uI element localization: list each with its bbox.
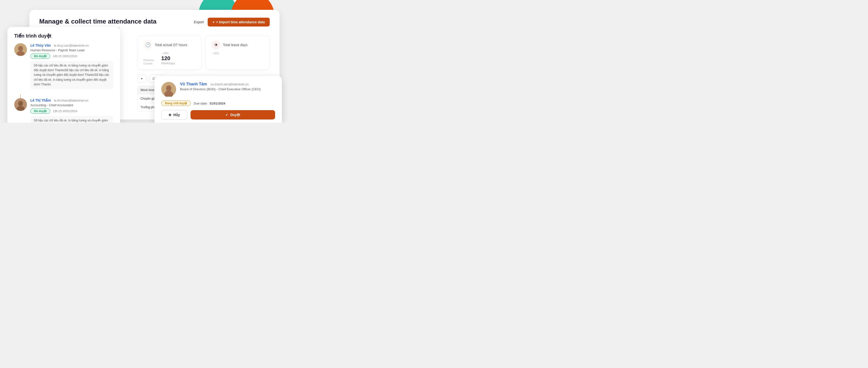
approval-status-row-1: Đã duyệt 14h:15 29/01/2024: [30, 54, 113, 59]
stat-card-ot: 🕐 Total actual OT hours Previous Current…: [137, 36, 202, 70]
stat-ot-sub: Weekdays: [161, 62, 175, 65]
timeline-divider: [20, 94, 21, 98]
avatar-le-thi-tham: [14, 98, 27, 111]
plane-icon: ✈: [212, 40, 220, 49]
approval-info-2: Lê Thị Thắm le.thi.tham@talentnet.vn Acc…: [30, 98, 113, 123]
approver-1-name: Lê Thúy Vân: [30, 43, 51, 48]
svg-point-1: [18, 46, 23, 51]
ceo-email: vu.thanh.tam@talentnet.vn: [211, 83, 249, 86]
export-button[interactable]: Export: [194, 20, 204, 24]
svg-point-7: [166, 85, 172, 91]
approver-2-role: Accounting - Chief Accountant: [30, 103, 113, 107]
ceo-info: Vũ Thanh Tâm vu.thanh.tam@talentnet.vn B…: [180, 82, 261, 91]
approval-item-1: Lê Thúy Vân le.thuy.van@talentnet.vn Hum…: [14, 43, 113, 89]
approver-2-name: Lê Thị Thắm: [30, 98, 51, 102]
status-badge-1: Đã duyệt: [30, 54, 50, 59]
import-button[interactable]: + + Import time attendance data: [208, 18, 270, 27]
stats-row: 🕐 Total actual OT hours Previous Current…: [137, 36, 270, 70]
approver-2-time: 13h:15 30/01/2024: [53, 110, 77, 113]
stat-leave-label: Total leave days: [223, 43, 247, 47]
ceo-status-row: Đang chờ duyệt Due date: 31/01/2024: [161, 100, 275, 106]
avatar-le-thuy-van: [14, 43, 27, 56]
ceo-header: Vũ Thanh Tâm vu.thanh.tam@talentnet.vn B…: [161, 82, 275, 97]
period-prev-label: Previous: [144, 59, 154, 62]
approval-info-1: Lê Thúy Vân le.thuy.van@talentnet.vn Hum…: [30, 43, 113, 89]
cancel-button[interactable]: ⊗ Hủy: [161, 110, 187, 120]
svg-point-4: [18, 101, 23, 106]
status-badge-2: Đã duyệt: [30, 109, 50, 114]
approver-2-comment: Số liệu các chỉ tiêu đã ok. In bảng lươn…: [30, 116, 113, 123]
select-dropdown-1[interactable]: ▾: [137, 74, 146, 83]
ceo-due-date: 31/01/2024: [209, 101, 225, 105]
page-title: Manage & collect time attendance data: [39, 18, 156, 25]
approver-1-time: 14h:15 29/01/2024: [53, 55, 77, 58]
approver-1-comment: Số liệu các chỉ tiêu đã ok. In bảng lươn…: [30, 61, 113, 89]
ceo-role: Board of Directors (BOD) - Chief Executi…: [180, 87, 261, 91]
approver-1-email: le.thuy.van@talentnet.vn: [54, 44, 89, 48]
ceo-due-label: Due date: 31/01/2024: [194, 101, 225, 105]
ceo-avatar: [161, 82, 176, 97]
ceo-actions: ⊗ Hủy ✓ Duyệt: [161, 110, 275, 120]
stat-card-leave: ✈ Total leave days ↑ 40%: [206, 36, 270, 70]
approve-button[interactable]: ✓ Duyệt: [190, 110, 275, 120]
approver-2-email: le.thi.tham@talentnet.vn: [54, 99, 88, 102]
cancel-icon: ⊗: [168, 113, 172, 117]
approval-panel-title: Tiến trình duyệt: [14, 33, 113, 39]
header-actions: Export + + Import time attendance data: [194, 18, 270, 27]
period-curr-label: Current: [144, 62, 154, 65]
clock-icon: 🕐: [144, 40, 152, 49]
approval-status-row-2: Đã duyệt 13h:15 30/01/2024: [30, 109, 113, 114]
ceo-approval-popup: Vũ Thanh Tâm vu.thanh.tam@talentnet.vn B…: [154, 76, 282, 123]
ceo-status-badge: Đang chờ duyệt: [161, 100, 191, 106]
approval-panel: Tiến trình duyệt Lê Thúy Vân le.thuy.van…: [7, 27, 120, 123]
ceo-name: Vũ Thanh Tâm: [180, 82, 207, 86]
stat-ot-value: 120: [161, 55, 175, 62]
approve-check-icon: ✓: [225, 113, 228, 117]
approver-1-role: Human Resource - Payroll Team Lead: [30, 48, 113, 52]
import-icon: +: [213, 20, 215, 24]
approval-item-2: Lê Thị Thắm le.thi.tham@talentnet.vn Acc…: [14, 98, 113, 123]
stat-ot-label: Total actual OT hours: [155, 43, 187, 47]
